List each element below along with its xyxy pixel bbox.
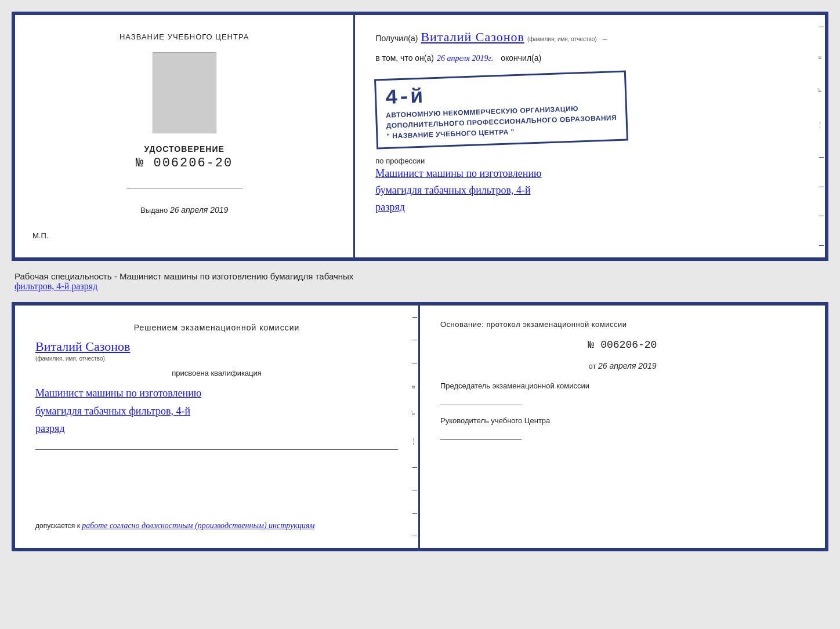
poluchil-line: Получил(а) Виталий Сазонов (фамилия, имя…	[375, 30, 805, 45]
bl-mark-7	[412, 536, 417, 536]
cert-left-panel: НАЗВАНИЕ УЧЕБНОГО ЦЕНТРА УДОСТОВЕРЕНИЕ №…	[15, 15, 355, 257]
cert-bottom-right: Основание: протокол экзаменационной коми…	[420, 306, 825, 548]
bottom-left-side-marks: и ,а ←-	[411, 317, 417, 536]
profession-line1: Машинист машины по изготовлению	[375, 165, 805, 182]
cert-right-panel: Получил(а) Виталий Сазонов (фамилия, имя…	[355, 15, 825, 257]
bottom-signature-line	[35, 449, 398, 450]
photo-placeholder	[153, 52, 216, 133]
mark-text-left: ←-	[817, 121, 824, 128]
mark-dash-5	[819, 245, 824, 246]
bl-mark-i: и	[411, 386, 417, 388]
recipient-name: Виталий Сазонов	[421, 30, 524, 45]
bl-mark-left: ←-	[411, 437, 417, 445]
vtom-label: в том, что он(а)	[375, 53, 434, 63]
qual-line2: бумагидля табачных фильтров, 4-й	[35, 402, 398, 420]
po-professii-label: по профессии	[375, 157, 805, 165]
profession-line3: разряд	[375, 199, 805, 216]
middle-text-line1: Рабочая специальность - Машинист машины …	[15, 271, 353, 281]
mark-text-i: и	[817, 56, 824, 59]
page-container: НАЗВАНИЕ УЧЕБНОГО ЦЕНТРА УДОСТОВЕРЕНИЕ №…	[12, 12, 828, 551]
stamp-area: 4-й АВТОНОМНУЮ НЕКОММЕРЧЕСКУЮ ОРГАНИЗАЦИ…	[375, 72, 805, 148]
mark-text-a: ,а	[817, 88, 824, 92]
udost-number: № 006206-20	[136, 156, 233, 170]
vydano-date: 26 апреля 2019	[170, 205, 228, 214]
prisvoena-label: присвоена квалификация	[35, 369, 398, 377]
profession-text: Машинист машины по изготовлению бумагидл…	[375, 165, 805, 215]
bl-mark-1	[412, 317, 417, 318]
mark-dash-4	[819, 216, 824, 216]
bottom-person-name: Виталий Сазонов	[35, 339, 130, 354]
udost-title: УДОСТОВЕРЕНИЕ	[136, 144, 233, 154]
vydano-line: Выдано 26 апреля 2019	[140, 205, 228, 214]
mp-label: М.П.	[32, 231, 48, 240]
bl-mark-6	[412, 513, 417, 514]
vtom-line: в том, что он(а) 26 апреля 2019г. окончи…	[375, 53, 805, 63]
qual-line1: Машинист машины по изготовлению	[35, 384, 398, 402]
dopusk-prefix: допускается к	[35, 522, 80, 530]
mark-dash-2	[819, 157, 824, 158]
udost-block: УДОСТОВЕРЕНИЕ № 006206-20	[136, 144, 233, 170]
fio-sublabel-top: (фамилия, имя, отчество)	[527, 36, 597, 42]
dopusk-text: работе согласно должностным (производств…	[82, 521, 314, 530]
ot-date-line: от 26 апреля 2019	[440, 361, 805, 370]
osnov-label: Основание: протокол экзаменационной коми…	[440, 320, 805, 329]
top-certificate: НАЗВАНИЕ УЧЕБНОГО ЦЕНТРА УДОСТОВЕРЕНИЕ №…	[12, 12, 828, 261]
okonchil-label: окончил(а)	[501, 53, 541, 63]
profession-block: по профессии Машинист машины по изготовл…	[375, 157, 805, 215]
bottom-fio-sublabel: (фамилия, имя, отчество)	[35, 355, 105, 362]
mark-dash-1	[819, 27, 824, 27]
dopuskaetsya-block: допускается к работе согласно должностны…	[35, 521, 398, 530]
cert-bottom-left: Решением экзаменационной комиссии Витали…	[15, 306, 420, 548]
rukovoditel-block: Руководитель учебного Центра	[440, 416, 805, 440]
mark-dash-3	[819, 187, 824, 187]
profession-line2: бумагидля табачных фильтров, 4-й	[375, 182, 805, 199]
signature-line	[126, 188, 242, 188]
school-name-label: НАЗВАНИЕ УЧЕБНОГО ЦЕНТРА	[120, 32, 249, 41]
dash-after-name: –	[603, 34, 607, 43]
vtom-date: 26 апреля 2019г.	[437, 54, 493, 63]
resheniem-label: Решением экзаменационной комиссии	[35, 323, 398, 332]
right-side-marks: и ,а ←-	[817, 27, 824, 246]
bottom-qualification: Машинист машины по изготовлению бумагидл…	[35, 384, 398, 438]
bl-mark-2	[412, 340, 417, 340]
middle-text-line2: фильтров, 4-й разряд	[15, 281, 97, 291]
bottom-name-block: Виталий Сазонов (фамилия, имя, отчество)	[35, 339, 398, 362]
bottom-certificate: Решением экзаменационной комиссии Витали…	[12, 302, 828, 551]
bl-mark-5	[412, 490, 417, 490]
rukovoditel-signature-line	[440, 428, 522, 440]
stamp-block: 4-й АВТОНОМНУЮ НЕКОММЕРЧЕСКУЮ ОРГАНИЗАЦИ…	[374, 70, 628, 149]
vydano-label: Выдано	[140, 206, 168, 214]
qual-line3: разряд	[35, 420, 398, 438]
middle-text-block: Рабочая специальность - Машинист машины …	[12, 267, 828, 296]
predsedatel-label: Председатель экзаменационной комиссии	[440, 381, 805, 391]
poluchil-label: Получил(а)	[375, 34, 418, 43]
predsedatel-block: Председатель экзаменационной комиссии	[440, 381, 805, 405]
ot-label: от	[589, 362, 596, 370]
bl-mark-a: ,а	[411, 411, 417, 415]
protocol-number: № 006206-20	[440, 339, 805, 351]
ot-date-value: 26 апреля 2019	[598, 361, 656, 370]
rukovoditel-label: Руководитель учебного Центра	[440, 416, 805, 426]
bl-mark-4	[412, 467, 417, 468]
bl-mark-3	[412, 363, 417, 363]
predsedatel-signature-line	[440, 394, 522, 405]
